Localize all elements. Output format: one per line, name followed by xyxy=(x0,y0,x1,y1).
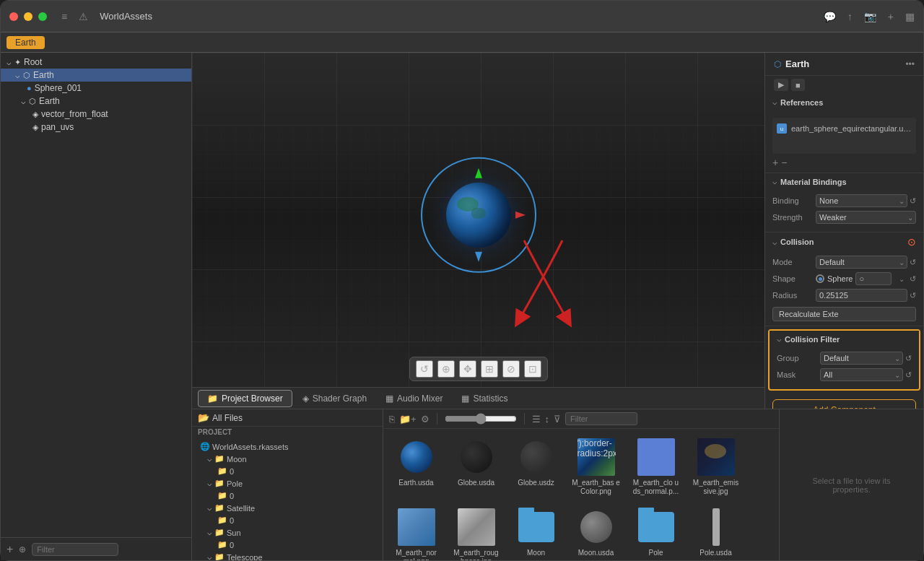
tab-audio-mixer[interactable]: ▦ Audio Mixer xyxy=(377,391,451,406)
ptree-item-satellite-0[interactable]: 📁 0 xyxy=(192,514,383,526)
remove-reference-button[interactable]: − xyxy=(781,157,787,168)
earth-tab[interactable]: Earth xyxy=(6,36,45,49)
tree-item-root[interactable]: ⌵ ✦ Root xyxy=(1,56,191,69)
strength-select[interactable]: Weaker xyxy=(816,211,916,224)
list-view-button[interactable]: ☰ xyxy=(532,414,541,425)
new-folder-button[interactable]: 📁+ xyxy=(399,414,417,425)
tab-statistics[interactable]: ▦ Statistics xyxy=(453,391,516,406)
sort-button[interactable]: ↕ xyxy=(545,414,550,425)
binding-refresh-icon[interactable]: ↺ xyxy=(910,196,916,206)
ptree-label: 0 xyxy=(230,541,234,549)
more-options-button[interactable]: ••• xyxy=(905,59,915,69)
add-component-button[interactable]: Add Component xyxy=(772,399,916,409)
stats-icon: ▦ xyxy=(461,393,469,404)
mask-select[interactable]: All xyxy=(820,368,903,381)
ptree-item-moon-0[interactable]: 📁 0 xyxy=(192,465,383,477)
group-label: Group xyxy=(777,354,820,362)
ptree-item-telescope[interactable]: ⌵ 📁 Telescope xyxy=(192,551,383,560)
rotate-tool-button[interactable]: ↺ xyxy=(416,360,433,378)
tree-item-earth[interactable]: ⌵ ⬡ Earth xyxy=(1,69,191,82)
frame-tool-button[interactable]: ⊡ xyxy=(524,360,541,378)
list-icon[interactable]: ≡ xyxy=(61,11,67,22)
collision-filter-header[interactable]: ⌵ Collision Filter xyxy=(770,331,919,347)
shape-select[interactable]: ○ xyxy=(855,272,892,285)
scene-filter-input[interactable] xyxy=(32,543,118,556)
file-item-emissive[interactable]: M_earth_emis sive.jpg xyxy=(689,435,743,499)
add-icon[interactable]: + xyxy=(888,11,894,22)
binding-select[interactable]: None xyxy=(816,194,907,207)
ptree-item-pole[interactable]: ⌵ 📁 Pole xyxy=(192,477,383,490)
mask-refresh-icon[interactable]: ↺ xyxy=(905,370,912,380)
ptree-item-pole-0[interactable]: 📁 0 xyxy=(192,490,383,502)
tab-project-browser[interactable]: 📁 Project Browser xyxy=(198,390,292,407)
shape-label: Shape xyxy=(772,274,816,283)
radius-refresh-icon[interactable]: ↺ xyxy=(910,291,916,300)
file-item-globe-usdz[interactable]: Globe.usdz xyxy=(509,435,563,499)
entity-icon: ⬡ xyxy=(23,71,30,80)
ptree-item-moon[interactable]: ⌵ 📁 Moon xyxy=(192,453,383,465)
file-filter-input[interactable] xyxy=(565,412,637,425)
add-reference-button[interactable]: + xyxy=(772,157,778,168)
zoom-tool-button[interactable]: ⊘ xyxy=(502,360,520,378)
play-button[interactable]: ▶ xyxy=(774,79,788,91)
group-select[interactable]: Default xyxy=(820,352,903,365)
scale-tool-button[interactable]: ⊞ xyxy=(481,360,498,378)
file-item-earth-usda[interactable]: Earth.usda xyxy=(389,435,443,499)
recalculate-button[interactable]: Recalculate Exte xyxy=(772,307,916,321)
panels-icon[interactable]: ▦ xyxy=(905,11,915,22)
sphere-radio[interactable] xyxy=(816,274,824,283)
collision-header[interactable]: ⌵ Collision ⊙ xyxy=(765,232,923,251)
tree-item-earth-sub[interactable]: ⌵ ⬡ Earth xyxy=(1,95,191,108)
ptree-item-satellite[interactable]: ⌵ 📁 Satellite xyxy=(192,502,383,514)
settings-button[interactable]: ⊕ xyxy=(19,544,26,555)
add-entity-button[interactable]: + xyxy=(6,543,13,556)
ptree-item-sun-0[interactable]: 📁 0 xyxy=(192,539,383,551)
group-refresh-icon[interactable]: ↺ xyxy=(905,354,912,363)
chat-icon[interactable]: 💬 xyxy=(824,11,836,22)
material-bindings-header[interactable]: ⌵ Material Bindings xyxy=(765,173,923,190)
folder-icon: 📁 xyxy=(214,479,225,488)
maximize-button[interactable] xyxy=(38,12,47,21)
file-item-pole-usda[interactable]: Pole.usda xyxy=(689,505,743,560)
shape-refresh-icon[interactable]: ↺ xyxy=(910,274,916,284)
add-tool-button[interactable]: ⊕ xyxy=(437,360,455,378)
tree-item-pan-uvs[interactable]: ◈ pan_uvs xyxy=(1,121,191,134)
share-icon[interactable]: ↑ xyxy=(847,11,853,22)
viewport-canvas[interactable]: ↺ ⊕ ✥ ⊞ ⊘ ⊡ xyxy=(192,53,764,387)
playback-controls: ▶ ■ xyxy=(765,76,923,94)
move-tool-button[interactable]: ✥ xyxy=(459,360,476,378)
file-item-pole-folder[interactable]: Pole xyxy=(629,505,683,560)
collision-filter-content: Group Default ↺ Mask xyxy=(770,347,919,389)
minimize-button[interactable] xyxy=(24,12,32,21)
file-item-moon-usda[interactable]: Moon.usda xyxy=(569,505,623,560)
filter-toggle-button[interactable]: ⊽ xyxy=(554,414,561,425)
file-item-basecolor[interactable]: ');border-radius:2px;"> M_earth_bas eCol… xyxy=(569,435,623,499)
file-item-globe-usda[interactable]: Globe.usda xyxy=(449,435,503,499)
import-button[interactable]: ⚙ xyxy=(421,414,430,425)
tab-shader-graph[interactable]: ◈ Shader Graph xyxy=(294,391,375,406)
mode-refresh-icon[interactable]: ↺ xyxy=(910,258,916,267)
file-item-clouds-normal[interactable]: M_earth_clo uds_normal.p... xyxy=(629,435,683,499)
shader-icon: ◈ xyxy=(302,393,309,404)
file-item-normal[interactable]: M_earth_nor mal.png xyxy=(389,505,443,560)
copy-button[interactable]: ⎘ xyxy=(389,414,395,425)
file-item-moon-folder[interactable]: Moon xyxy=(509,505,563,560)
ptree-item-worldassets[interactable]: 🌐 WorldAssets.rkassets xyxy=(192,440,383,453)
collision-warning-icon: ⊙ xyxy=(907,236,916,248)
camera-icon[interactable]: 📷 xyxy=(864,11,876,22)
tree-item-vector[interactable]: ◈ vector_from_float xyxy=(1,108,191,121)
close-button[interactable] xyxy=(9,12,18,21)
entity-icon: ⬡ xyxy=(29,97,36,106)
file-browser-panel: ⎘ 📁+ ⚙ ☰ ↕ ⊽ xyxy=(383,409,779,560)
ptree-item-sun[interactable]: ⌵ 📁 Sun xyxy=(192,526,383,539)
radius-input[interactable] xyxy=(816,289,907,302)
file-item-roughness[interactable]: M_earth_roug hness.jpg xyxy=(449,505,503,560)
file-name: Globe.usda xyxy=(458,479,494,487)
tree-item-sphere001[interactable]: ● Sphere_001 xyxy=(1,82,191,95)
zoom-slider[interactable] xyxy=(445,413,517,425)
stop-button[interactable]: ■ xyxy=(791,79,805,91)
references-section-header[interactable]: ⌵ References xyxy=(765,94,923,110)
mode-select[interactable]: Default xyxy=(816,256,907,269)
ptree-label: Moon xyxy=(227,455,247,464)
shape-select-wrapper: ○ xyxy=(855,272,907,285)
